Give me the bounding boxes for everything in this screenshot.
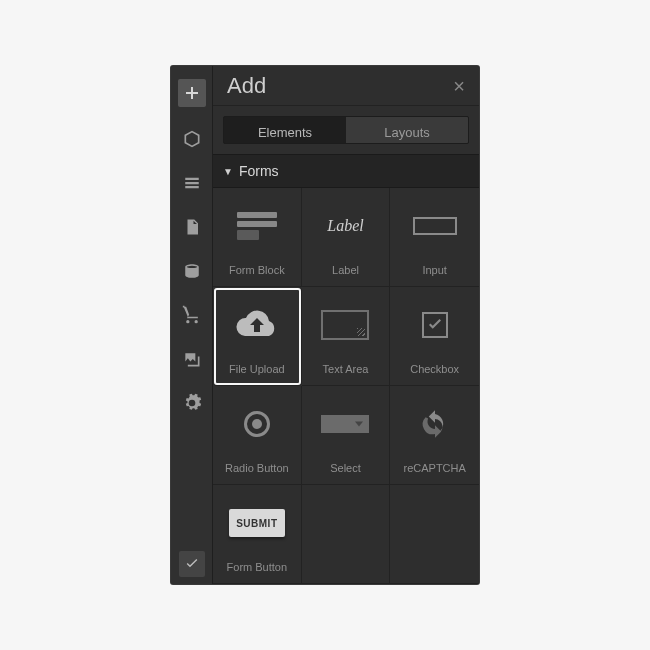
disclosure-triangle-icon: ▼ [223, 166, 233, 177]
audit-icon[interactable] [179, 551, 205, 577]
pages-icon[interactable] [177, 212, 207, 242]
cloud-upload-icon [213, 287, 301, 363]
element-label: Checkbox [410, 363, 459, 375]
element-form-button[interactable]: SUBMIT Form Button [213, 485, 302, 584]
add-panel: Add × Elements Layouts ▼ Forms Form Bloc… [171, 66, 479, 584]
cms-icon[interactable] [177, 256, 207, 286]
form-block-icon [213, 188, 301, 264]
add-panel-main: Add × Elements Layouts ▼ Forms Form Bloc… [213, 66, 479, 584]
checkbox-icon [390, 287, 479, 363]
empty-cell [390, 485, 479, 584]
element-label: Radio Button [225, 462, 289, 474]
element-label: Label [332, 264, 359, 276]
symbols-icon[interactable] [177, 124, 207, 154]
element-input[interactable]: Input [390, 188, 479, 287]
tab-elements[interactable]: Elements [224, 117, 346, 143]
recaptcha-icon [390, 386, 479, 462]
element-label: Form Button [227, 561, 288, 573]
tab-bar: Elements Layouts [223, 116, 469, 144]
label-icon: Label [302, 188, 390, 264]
element-label: Text Area [323, 363, 369, 375]
ecommerce-icon[interactable] [177, 300, 207, 330]
elements-grid: Form Block Label Label Input [213, 188, 479, 584]
section-forms-label: Forms [239, 163, 279, 179]
assets-icon[interactable] [177, 344, 207, 374]
section-forms-header[interactable]: ▼ Forms [213, 154, 479, 188]
navigator-icon[interactable] [177, 168, 207, 198]
select-icon [302, 386, 390, 462]
tab-layouts[interactable]: Layouts [346, 117, 468, 143]
radio-icon [213, 386, 301, 462]
element-radio-button[interactable]: Radio Button [213, 386, 302, 485]
element-label[interactable]: Label Label [302, 188, 391, 287]
settings-icon[interactable] [177, 388, 207, 418]
input-icon [390, 188, 479, 264]
add-element-button[interactable] [178, 79, 206, 107]
element-select[interactable]: Select [302, 386, 391, 485]
element-checkbox[interactable]: Checkbox [390, 287, 479, 386]
element-text-area[interactable]: Text Area [302, 287, 391, 386]
panel-header: Add × [213, 66, 479, 106]
close-icon[interactable]: × [453, 76, 465, 96]
element-recaptcha[interactable]: reCAPTCHA [390, 386, 479, 485]
element-label: Form Block [229, 264, 285, 276]
element-label: reCAPTCHA [403, 462, 465, 474]
element-label: File Upload [229, 363, 285, 375]
empty-cell [302, 485, 391, 584]
element-label: Input [422, 264, 446, 276]
textarea-icon [302, 287, 390, 363]
element-file-upload[interactable]: File Upload [213, 287, 302, 386]
submit-button-icon: SUBMIT [213, 485, 301, 561]
element-form-block[interactable]: Form Block [213, 188, 302, 287]
element-label: Select [330, 462, 361, 474]
panel-title: Add [227, 73, 266, 99]
nav-rail [171, 66, 213, 584]
